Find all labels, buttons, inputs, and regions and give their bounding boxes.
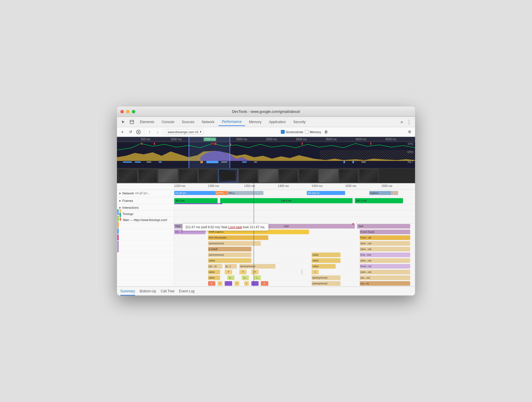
cursor-icon[interactable] — [119, 118, 127, 126]
interactions-content[interactable] — [174, 204, 415, 210]
frames-expand-icon[interactable]: ▶ — [119, 199, 121, 202]
timeline-selection[interactable] — [189, 137, 230, 168]
filmstrip-frame-active[interactable] — [218, 169, 238, 183]
expand-icon[interactable]: ▶ — [119, 192, 121, 195]
t-bar-2[interactable]: T — [239, 270, 247, 274]
filmstrip-frame[interactable] — [118, 169, 138, 183]
record-button[interactable]: ● — [119, 129, 126, 135]
filmstrip-frame[interactable] — [339, 169, 358, 183]
anon-bar-7[interactable]: (ano...us) — [360, 270, 410, 274]
export-button[interactable]: ↓ — [154, 129, 161, 135]
devtools-menu-button[interactable]: ⋮ — [405, 119, 413, 125]
tab-security[interactable]: Security — [290, 118, 309, 126]
dock-icon[interactable] — [128, 118, 136, 126]
frame-bar-2[interactable]: 218.9 ms — [220, 198, 353, 203]
anon-bar-4[interactable]: (anonymous) — [208, 253, 251, 257]
tab-summary[interactable]: Summary — [120, 287, 135, 295]
reload-button[interactable]: ↺ — [127, 129, 134, 135]
network-bar-extra[interactable] — [391, 191, 398, 195]
network-bar-xel[interactable]: xel.gif (px... — [174, 191, 218, 195]
tab-memory[interactable]: Memory — [246, 118, 265, 126]
evence-bar[interactable]: Eve...nce — [360, 253, 410, 257]
more-tabs-button[interactable]: » — [399, 119, 405, 125]
tab-network[interactable]: Network — [198, 118, 218, 126]
tab-call-tree[interactable]: Call Tree — [161, 287, 175, 295]
clear-button[interactable] — [135, 129, 142, 135]
main-track-content[interactable] — [174, 217, 415, 223]
trash-button[interactable]: 🗑 — [323, 129, 329, 135]
t-bar-5[interactable]: t — [218, 281, 222, 286]
ans-bar[interactable]: (an...s) — [208, 264, 222, 269]
filmstrip-frame[interactable] — [198, 169, 218, 183]
filmstrip-frame[interactable] — [178, 169, 198, 183]
close-button[interactable] — [120, 110, 124, 113]
e-bar-1[interactable]: e — [208, 281, 215, 286]
microtasks-bar[interactable]: Run Microtasks — [208, 235, 268, 240]
anon-bar-8[interactable]: (anonymous) — [312, 275, 341, 280]
filmstrip-frame[interactable] — [319, 169, 338, 183]
value-bar-3[interactable]: value — [312, 258, 341, 263]
a-bar[interactable]: (a...) — [225, 264, 237, 269]
filmstrip-frame[interactable] — [279, 169, 298, 183]
value-bar-1[interactable]: value — [312, 253, 341, 257]
network-bar-m6ly[interactable]: M6Ly... — [227, 191, 263, 195]
funcall-bar[interactable]: Func...all — [360, 235, 410, 240]
timings-track-label[interactable]: ▶ Timings — [117, 211, 174, 217]
t-bar-7[interactable]: t — [244, 281, 249, 286]
frame-bar-3[interactable]: 357.4 ms — [355, 198, 403, 203]
t-bar-6[interactable]: t — [234, 281, 239, 286]
e-bar-2[interactable]: e — [261, 281, 268, 286]
interactions-track-label[interactable]: ▶ Interactions — [117, 204, 174, 210]
memory-checkbox[interactable]: Memory — [305, 130, 321, 134]
tooltip-long-task-link[interactable]: Long task — [228, 225, 242, 229]
main-track-label[interactable]: ▼ Main — https://www.theverge.com/ — [117, 217, 174, 223]
fullscreen-button[interactable] — [132, 110, 135, 113]
tab-bottom-up[interactable]: Bottom-Up — [140, 287, 156, 295]
task-bar-3[interactable]: Task — [357, 224, 410, 228]
filmstrip-frame[interactable] — [238, 169, 258, 183]
interactions-expand-icon[interactable]: ▶ — [119, 206, 121, 209]
settings-button[interactable]: ⚙ — [406, 129, 413, 135]
screenshots-checkbox[interactable]: ✓ Screenshots — [281, 130, 303, 134]
anon-bar-2[interactable]: (ano...us) — [360, 241, 410, 246]
t-bar-4[interactable]: t — [312, 270, 319, 274]
event-load-bar[interactable]: Event (load) — [360, 230, 410, 234]
i-bar[interactable]: i... — [254, 275, 261, 280]
anon-bar-5[interactable]: (ano...us) — [360, 258, 410, 263]
purple-bar-1[interactable] — [225, 281, 232, 286]
tab-console[interactable]: Console — [158, 118, 178, 126]
network-track-label[interactable]: ▶ Network xel.gif (px... — [117, 190, 174, 197]
network-bar-cygnus[interactable]: cygnus — [369, 191, 393, 195]
network-track-content[interactable]: xel.gif (px... aHR0c M6Ly... bid (aax.ai… — [174, 190, 415, 197]
epss-bar[interactable]: e.p...ss — [360, 281, 410, 286]
tab-application[interactable]: Application — [265, 118, 289, 126]
s-bar-2[interactable]: s... — [242, 275, 249, 280]
anon-bar-9[interactable]: (anonymous) — [312, 281, 341, 286]
filmstrip-frame[interactable] — [259, 169, 278, 183]
einstall-bar[interactable]: e.install — [208, 247, 251, 251]
tab-sources[interactable]: Sources — [178, 118, 198, 126]
timings-content[interactable] — [174, 211, 415, 217]
value-bar-2[interactable]: value — [208, 258, 251, 263]
frames-track-content[interactable]: 36.4 ms 218.9 ms 357.4 ms — [174, 197, 415, 204]
timeline-overview[interactable]: 500 ms 1000 ms 1500 ms 2000 ms 2500 ms 3… — [117, 137, 415, 168]
value-bar-6[interactable]: value — [208, 275, 220, 280]
t-bar-1[interactable]: T — [225, 270, 232, 274]
anon-bar-3[interactable]: (ano...us) — [360, 247, 410, 251]
tab-performance[interactable]: Performance — [218, 118, 245, 126]
purple-bar-2[interactable] — [251, 281, 259, 286]
network-bar-bid[interactable]: bid (aax.ai — [307, 191, 345, 195]
filmstrip-frame[interactable] — [299, 169, 318, 183]
t-bar-3[interactable]: T — [251, 270, 259, 274]
value-bar-4[interactable]: value — [312, 264, 336, 269]
anon-bar-1[interactable]: (anonymous) — [208, 241, 261, 246]
anon-bar-6[interactable]: (anonymous) — [239, 264, 275, 269]
anus-bar[interactable]: (an...us) — [360, 275, 410, 280]
minimize-button[interactable] — [126, 110, 130, 113]
filmstrip-frame[interactable] — [158, 169, 178, 183]
s-bar-1[interactable]: s... — [227, 275, 234, 280]
url-selector[interactable]: www.theverge.com #1 ▾ — [166, 129, 204, 135]
value-bar-5[interactable]: value — [208, 270, 220, 274]
evenire-bar[interactable]: Even...ire — [360, 264, 410, 269]
tab-event-log[interactable]: Event Log — [179, 287, 195, 295]
